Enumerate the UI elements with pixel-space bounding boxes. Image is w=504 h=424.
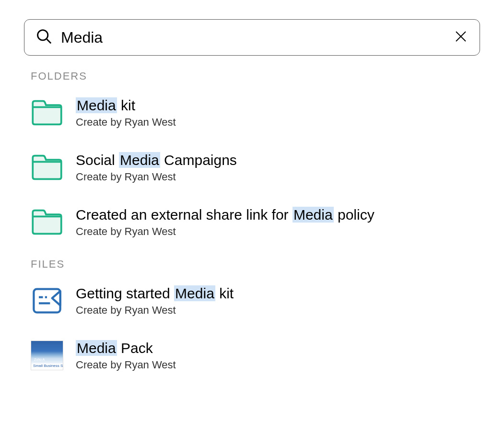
folder-icon: [31, 153, 63, 182]
document-icon: [31, 286, 63, 316]
clear-search-button[interactable]: [454, 29, 468, 46]
svg-point-0: [38, 30, 48, 40]
result-title: Social Media Campaigns: [76, 152, 237, 169]
folder-result-item[interactable]: Created an external share link for Media…: [24, 200, 480, 244]
file-thumbnail: Zoho ASmall Business St: [31, 341, 63, 370]
file-result-item[interactable]: Getting started Media kitCreate by Ryan …: [24, 279, 480, 322]
folder-icon: [31, 207, 63, 237]
search-input[interactable]: [61, 29, 454, 47]
result-title: Media Pack: [76, 340, 176, 357]
search-icon: [36, 28, 52, 47]
result-subtitle: Create by Ryan West: [76, 304, 234, 317]
folder-icon: [31, 98, 63, 128]
result-subtitle: Create by Ryan West: [76, 359, 176, 371]
result-subtitle: Create by Ryan West: [76, 116, 176, 129]
result-title: Media kit: [76, 97, 176, 114]
search-bar: [24, 19, 480, 56]
file-result-item[interactable]: Zoho ASmall Business StMedia PackCreate …: [24, 334, 480, 377]
folder-result-item[interactable]: Social Media CampaignsCreate by Ryan Wes…: [24, 146, 480, 189]
section-header-files: FILES: [31, 258, 480, 271]
svg-line-1: [47, 39, 51, 44]
folder-result-item[interactable]: Media kitCreate by Ryan West: [24, 91, 480, 134]
section-header-folders: FOLDERS: [31, 70, 480, 82]
result-title: Created an external share link for Media…: [76, 206, 375, 224]
result-subtitle: Create by Ryan West: [76, 225, 375, 238]
result-subtitle: Create by Ryan West: [76, 171, 237, 183]
result-title: Getting started Media kit: [76, 285, 234, 302]
